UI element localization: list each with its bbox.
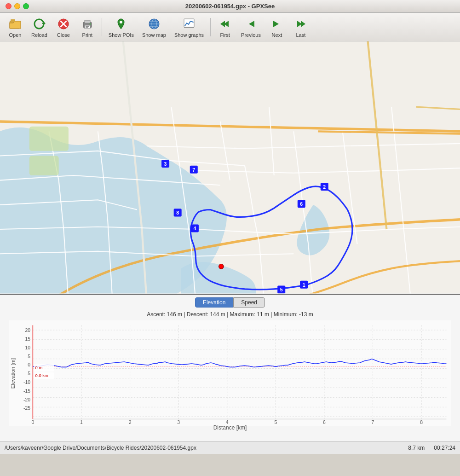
svg-text:0: 0: [28, 362, 30, 367]
graph-section: Elevation Speed Ascent: 146 m | Descent:…: [0, 294, 460, 441]
svg-rect-61: [0, 293, 460, 294]
svg-point-60: [219, 264, 224, 269]
separator-2: [210, 18, 211, 36]
close-file-icon: [56, 17, 71, 31]
show-pois-button[interactable]: Show POIs: [105, 15, 138, 40]
svg-rect-29: [29, 127, 69, 151]
svg-rect-8: [85, 25, 90, 29]
svg-text:1: 1: [303, 282, 305, 288]
show-graphs-label: Show graphs: [174, 32, 204, 38]
speed-tab[interactable]: Speed: [233, 297, 265, 308]
next-label: Next: [272, 32, 282, 38]
svg-text:15: 15: [25, 337, 31, 342]
svg-text:7: 7: [192, 167, 195, 173]
show-graphs-icon: [182, 17, 196, 31]
show-map-label: Show map: [142, 32, 166, 38]
separator-1: [102, 18, 102, 36]
svg-text:6: 6: [300, 201, 303, 207]
total-time: 00:27:24: [434, 445, 455, 451]
show-pois-label: Show POIs: [109, 32, 134, 38]
open-label: Open: [9, 32, 22, 38]
print-label: Print: [82, 32, 93, 38]
map-svg: 0 100 200 300 m 1 2 3 4 5: [0, 41, 460, 294]
open-button[interactable]: Open: [4, 15, 27, 40]
reload-button[interactable]: Reload: [28, 15, 51, 40]
graph-area[interactable]: Elevation [m] 20 15 10 5 0 -5 -10 -15: [5, 320, 455, 426]
svg-text:6: 6: [323, 420, 326, 425]
svg-text:3: 3: [177, 420, 180, 425]
total-distance: 8.7 km: [408, 445, 425, 451]
close-label: Close: [57, 32, 70, 38]
svg-rect-63: [9, 320, 451, 426]
svg-text:20: 20: [25, 328, 31, 333]
graph-svg: Elevation [m] 20 15 10 5 0 -5 -10 -15: [5, 320, 455, 426]
file-path: /Users/kaveenr/Google Drive/Documents/Bi…: [5, 445, 408, 451]
svg-text:-10: -10: [23, 380, 30, 385]
svg-rect-10: [86, 27, 88, 28]
previous-icon: [243, 17, 258, 31]
maximize-button[interactable]: [23, 3, 29, 9]
open-icon: [8, 17, 23, 31]
svg-text:4: 4: [193, 226, 196, 231]
graph-stats: Ascent: 146 m | Descent: 144 m | Maximum…: [0, 310, 460, 320]
svg-marker-25: [301, 21, 305, 27]
svg-rect-9: [86, 26, 89, 27]
window-title: 20200602-061954.gpx - GPXSee: [185, 3, 275, 10]
svg-text:-5: -5: [26, 371, 30, 376]
svg-text:-20: -20: [23, 397, 30, 402]
svg-text:2: 2: [323, 184, 326, 190]
svg-rect-1: [11, 19, 15, 22]
show-map-icon: [147, 17, 161, 31]
last-icon: [293, 17, 308, 31]
last-button[interactable]: Last: [289, 15, 312, 40]
svg-rect-7: [85, 20, 90, 23]
svg-text:3: 3: [164, 161, 167, 167]
title-bar: 20200602-061954.gpx - GPXSee: [0, 0, 460, 13]
reload-icon: [32, 17, 46, 31]
elevation-tab[interactable]: Elevation: [195, 297, 233, 308]
show-graphs-button[interactable]: Show graphs: [171, 15, 207, 40]
show-pois-icon: [114, 17, 128, 31]
svg-text:5: 5: [280, 287, 283, 292]
svg-text:0.0 km: 0.0 km: [35, 373, 48, 378]
svg-text:0: 0: [31, 420, 34, 425]
svg-point-11: [89, 23, 91, 24]
first-label: First: [220, 32, 230, 38]
close-button[interactable]: [6, 3, 12, 9]
svg-text:1: 1: [80, 420, 83, 425]
last-label: Last: [296, 32, 305, 38]
map-container[interactable]: 0 100 200 300 m 1 2 3 4 5: [0, 41, 460, 294]
svg-marker-23: [273, 21, 279, 27]
first-button[interactable]: First: [213, 15, 236, 40]
reload-label: Reload: [31, 32, 47, 38]
svg-marker-22: [249, 21, 254, 27]
svg-text:8: 8: [420, 420, 423, 425]
svg-text:-25: -25: [23, 406, 30, 411]
close-file-button[interactable]: Close: [52, 15, 75, 40]
first-icon: [218, 17, 232, 31]
svg-text:-15: -15: [23, 389, 30, 394]
svg-text:5: 5: [28, 354, 30, 359]
svg-rect-30: [29, 156, 59, 175]
svg-point-12: [120, 21, 122, 23]
print-icon: [80, 17, 95, 31]
svg-text:8: 8: [176, 210, 179, 215]
svg-text:0 m: 0 m: [35, 365, 43, 370]
toolbar: Open Reload Close: [0, 13, 460, 41]
next-icon: [270, 17, 284, 31]
svg-text:7: 7: [372, 420, 374, 425]
svg-text:2: 2: [129, 420, 132, 425]
previous-button[interactable]: Previous: [237, 15, 264, 40]
show-map-button[interactable]: Show map: [138, 15, 170, 40]
traffic-lights[interactable]: [6, 3, 29, 9]
svg-text:5: 5: [274, 420, 277, 425]
svg-marker-21: [220, 21, 225, 27]
svg-text:Elevation [m]: Elevation [m]: [10, 358, 16, 389]
minimize-button[interactable]: [14, 3, 20, 9]
next-button[interactable]: Next: [265, 15, 288, 40]
status-bar: /Users/kaveenr/Google Drive/Documents/Bi…: [0, 441, 460, 454]
previous-label: Previous: [241, 32, 261, 38]
print-button[interactable]: Print: [76, 15, 99, 40]
svg-text:10: 10: [25, 345, 31, 350]
graph-tabs: Elevation Speed: [0, 295, 460, 310]
